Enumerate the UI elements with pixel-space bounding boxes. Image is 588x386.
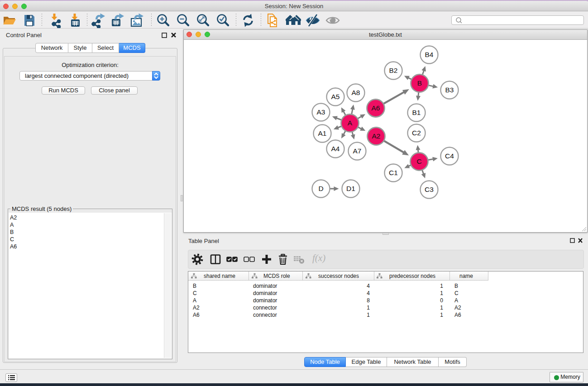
svg-text:A3: A3 <box>317 108 325 116</box>
svg-text:B: B <box>417 79 422 87</box>
svg-text:C1: C1 <box>389 169 398 176</box>
svg-text:A8: A8 <box>352 89 360 96</box>
svg-text:A7: A7 <box>353 147 362 155</box>
svg-text:A1: A1 <box>318 129 327 137</box>
svg-text:B1: B1 <box>412 109 421 116</box>
svg-text:D: D <box>318 185 323 192</box>
svg-text:B2: B2 <box>389 67 398 74</box>
svg-text:B4: B4 <box>425 51 434 58</box>
svg-text:C3: C3 <box>425 186 434 193</box>
svg-text:A6: A6 <box>372 104 380 112</box>
svg-text:A2: A2 <box>372 132 381 140</box>
svg-text:C2: C2 <box>412 129 421 137</box>
svg-text:D1: D1 <box>346 185 355 192</box>
svg-text:A4: A4 <box>331 145 340 152</box>
svg-text:C4: C4 <box>445 152 454 160</box>
svg-text:A: A <box>348 119 353 127</box>
svg-text:A5: A5 <box>331 93 340 100</box>
svg-text:C: C <box>416 157 421 165</box>
svg-text:B3: B3 <box>445 86 454 94</box>
